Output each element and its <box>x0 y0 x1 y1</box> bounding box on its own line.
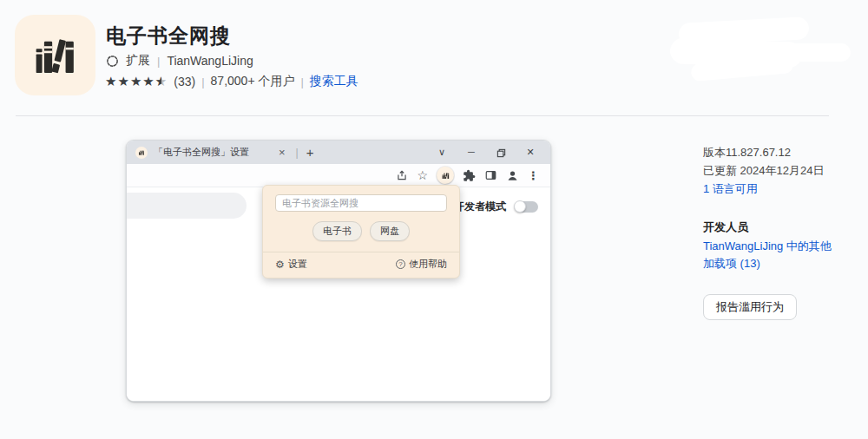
tab-title[interactable]: 「电子书全网搜」设置 <box>154 146 249 159</box>
half-star-icon: ★ ★ <box>155 74 168 89</box>
star-icon: ★ <box>105 74 117 89</box>
help-button[interactable]: ? 使用帮助 <box>396 258 447 271</box>
extension-popup: 电子书 网盘 ⚙ 设置 ? 使用帮助 <box>262 185 460 278</box>
books-icon <box>440 170 451 181</box>
books-icon <box>137 148 146 157</box>
window-chevron-icon[interactable]: ∨ <box>427 141 457 164</box>
updated-text: 已更新 2024年12月24日 <box>703 161 842 180</box>
page-title: 电子书全网搜 <box>106 23 231 49</box>
developer-mode-toggle[interactable] <box>515 201 538 213</box>
netdisk-filter-button[interactable]: 网盘 <box>370 221 410 241</box>
tab-separator: | <box>296 147 299 159</box>
close-window-button[interactable]: ✕ <box>516 141 545 164</box>
meta-separator: | <box>300 75 303 88</box>
gear-icon: ⚙ <box>275 259 285 270</box>
menu-dots-icon[interactable]: ⋮ <box>528 169 539 182</box>
side-panel-icon[interactable] <box>484 169 497 181</box>
popup-filter-buttons: 电子书 网盘 <box>275 221 447 241</box>
extension-logo <box>15 15 95 95</box>
extensions-puzzle-icon[interactable] <box>463 169 476 182</box>
developer-heading: 开发人员 <box>703 218 842 236</box>
developer-other-items-link[interactable]: TianWangLiJing 中的其他加载项 (13) <box>703 238 835 272</box>
redaction-scribble <box>783 43 851 62</box>
version-text: 版本11.827.67.12 <box>703 143 842 161</box>
restore-button[interactable] <box>486 141 516 164</box>
settings-button[interactable]: ⚙ 设置 <box>275 258 307 271</box>
category-link[interactable]: 搜索工具 <box>310 74 358 89</box>
report-abuse-button[interactable]: 报告滥用行为 <box>703 294 797 320</box>
restore-icon <box>496 148 506 158</box>
developer-name[interactable]: TianWangLiJing <box>167 54 253 68</box>
browser-toolbar: ☆ ⋮ <box>127 164 550 187</box>
popup-footer: ⚙ 设置 ? 使用帮助 <box>275 252 447 278</box>
blurred-search-box <box>127 193 247 219</box>
tab-favicon <box>135 147 148 159</box>
help-label: 使用帮助 <box>409 258 447 271</box>
extension-type-label: 扩展 <box>126 53 150 69</box>
profile-avatar-icon[interactable] <box>506 169 519 182</box>
chrome-webstore-page: 电子书全网搜 扩展 | TianWangLiJing ★ ★ ★ ★ ★ ★ (… <box>0 0 868 439</box>
languages-link[interactable]: 1 语言可用 <box>703 182 758 195</box>
header-divider <box>16 115 829 116</box>
extension-meta-row: 扩展 | TianWangLiJing <box>106 53 253 69</box>
extension-badge-icon <box>106 55 119 68</box>
rating-count[interactable]: (33) <box>174 75 195 88</box>
window-controls: ∨ ─ ✕ <box>427 141 545 164</box>
bookmark-star-icon[interactable]: ☆ <box>417 168 428 182</box>
star-icon: ★ <box>117 74 129 89</box>
share-icon[interactable] <box>396 169 408 181</box>
settings-label: 设置 <box>288 258 307 271</box>
star-rating[interactable]: ★ ★ ★ ★ ★ ★ <box>105 74 168 89</box>
tab-close-icon[interactable]: × <box>279 147 286 158</box>
ebook-filter-button[interactable]: 电子书 <box>312 221 362 241</box>
extension-toolbar-icon[interactable] <box>437 167 454 184</box>
toggle-knob <box>514 200 526 213</box>
minimize-button[interactable]: ─ <box>457 141 486 164</box>
new-tab-button[interactable]: + <box>306 146 314 159</box>
star-icon: ★ <box>142 74 155 89</box>
info-panel: 版本11.827.67.12 已更新 2024年12月24日 1 语言可用 开发… <box>703 143 842 320</box>
star-icon: ★ <box>130 74 142 89</box>
meta-separator: | <box>157 55 160 68</box>
ebook-search-input[interactable] <box>275 194 447 212</box>
rating-row: ★ ★ ★ ★ ★ ★ (33) | 87,000+ 个用户 | 搜索工具 <box>105 74 358 89</box>
meta-separator: | <box>201 75 204 88</box>
books-icon <box>23 23 88 88</box>
developer-mode-control: 开发者模式 <box>454 200 538 214</box>
tab-bar: 「电子书全网搜」设置 × | + ∨ ─ ✕ <box>127 141 550 164</box>
screenshot-browser-window: 「电子书全网搜」设置 × | + ∨ ─ ✕ <box>126 140 551 402</box>
user-count: 87,000+ 个用户 <box>211 74 295 89</box>
help-icon: ? <box>396 259 405 269</box>
developer-mode-label: 开发者模式 <box>454 200 506 214</box>
